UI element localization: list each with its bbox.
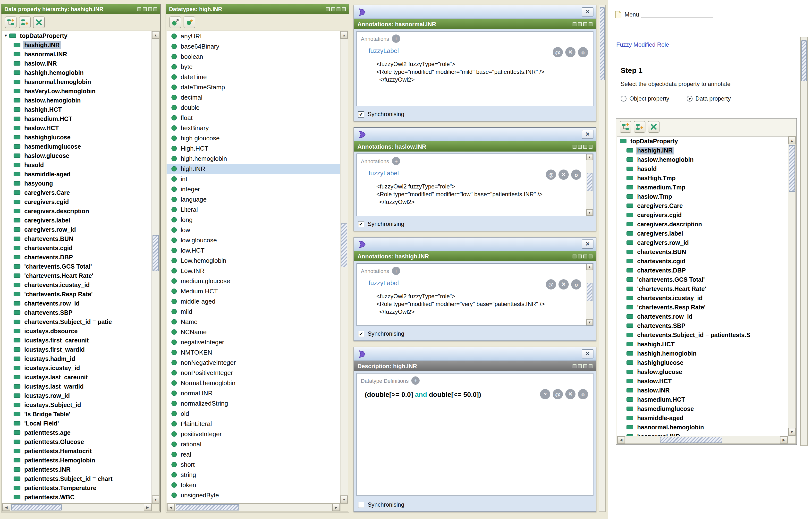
datatype-row[interactable]: mild [167,307,341,317]
tree-row[interactable]: hasmedium.HCT [2,114,152,123]
tree-row[interactable]: haslow.HCT [2,123,152,133]
delete-icon[interactable]: ✕ [558,170,569,180]
tree-row[interactable]: patienttests.Hemoglobin [2,456,152,465]
tree-row[interactable]: caregivers.row_id [2,225,152,234]
tree-row[interactable]: 'Local Field' [2,419,152,428]
annotate-icon[interactable]: @ [546,279,556,289]
tree-row[interactable]: icustays.hadm_id [2,354,152,363]
datatype-row[interactable]: low.gloucose [167,235,341,245]
tree-row[interactable]: haslow.INR [617,386,788,395]
datatype-row[interactable]: NCName [167,327,341,337]
tree-row[interactable]: chartevents.Subject_id ≡ patie [2,317,152,326]
add-definition-icon[interactable]: + [412,376,420,385]
add-annotation-icon[interactable]: + [392,267,400,275]
edit-icon[interactable]: o [578,47,588,57]
tree-row[interactable]: icustays.first_wardid [2,345,152,354]
datatype-row[interactable]: hexBinary [167,123,341,133]
tree-row[interactable]: hasnormal.INR [2,50,152,59]
datatype-row[interactable]: positiveInteger [167,429,341,439]
tree-row[interactable]: chartevents.BUN [617,247,788,256]
maximize-window-icon[interactable] [583,22,587,26]
tree-row[interactable]: chartevents.DBP [617,266,788,275]
tree-row[interactable]: 'chartevents.Heart Rate' [617,284,788,293]
minimize-window-icon[interactable] [578,145,582,148]
tree-row[interactable]: hashigh.HCT [617,340,788,349]
edit-icon[interactable]: o [578,389,588,399]
float-window-icon[interactable] [573,364,577,368]
datatype-row[interactable]: nonNegativeInteger [167,357,341,368]
annotate-icon[interactable]: @ [546,170,556,180]
tree-row[interactable]: hashigh.HCT [2,105,152,114]
synchronising-checkbox[interactable]: ✔ [358,330,364,337]
scroll-left-icon[interactable]: ◀ [617,436,625,443]
tree-row[interactable]: chartevents.row_id [2,299,152,308]
horizontal-scrollbar[interactable]: ◀ ▶ [2,503,152,512]
tree-row[interactable]: caregivers.description [2,206,152,216]
datatype-row[interactable]: middle-aged [167,296,341,307]
datatype-row[interactable]: low.HCT [167,245,341,256]
datatype-row[interactable]: decimal [167,92,341,103]
synchronising-checkbox[interactable]: ✔ [358,111,364,117]
tree-row[interactable]: patienttests.Subject_id ≡ chart [2,474,152,483]
tree-row[interactable]: hasmediumglucose [617,404,788,413]
datatype-row[interactable]: float [167,113,341,123]
datatype-row[interactable]: Literal [167,204,341,215]
scroll-down-icon[interactable]: ▼ [341,495,348,503]
delete-icon[interactable]: ✕ [565,47,576,57]
tree-row[interactable]: hasnormal.hemoglobin [2,77,152,86]
tree-row[interactable]: patienttests.INR [2,465,152,474]
scroll-right-icon[interactable]: ▶ [332,504,340,511]
edit-icon[interactable]: o [571,279,581,289]
synchronising-checkbox[interactable] [358,501,364,508]
tree-row[interactable]: haslow.hemoglobin [617,155,788,164]
annotation-property[interactable]: fuzzyLabel [369,47,399,54]
tree-row[interactable]: hashighglucose [617,358,788,367]
scroll-thumb[interactable] [587,283,592,301]
scroll-up-icon[interactable]: ▲ [586,154,593,160]
datatype-row[interactable]: high.gloucose [167,133,341,143]
datatype-row[interactable]: Normal.hemoglobin [167,378,341,388]
float-window-icon[interactable] [326,7,330,11]
vertical-scrollbar[interactable]: ▲ ▼ [788,136,796,436]
datatype-row[interactable]: int [167,174,341,184]
add-annotation-icon[interactable]: + [392,157,400,165]
datatype-row[interactable]: Low.hemoglobin [167,256,341,266]
tree-row[interactable]: hashigh.INR [617,146,788,155]
delete-property-button[interactable] [33,17,45,28]
tree-row[interactable]: caregivers.cgid [2,197,152,206]
explain-icon[interactable]: ? [540,389,550,399]
tree-row[interactable]: patienttests.age [2,428,152,437]
scroll-down-icon[interactable]: ▼ [152,495,159,503]
tree-row[interactable]: chartevents.cgid [2,243,152,253]
synchronising-checkbox[interactable]: ✔ [358,221,364,227]
tree-row[interactable]: icustays.last_careunit [2,373,152,382]
minimize-window-icon[interactable] [331,7,335,11]
tree-row[interactable]: haslow.Tmp [617,192,788,201]
maximize-window-icon[interactable] [583,254,587,258]
tree-row[interactable]: hasold [617,164,788,173]
close-window-icon[interactable] [153,7,157,11]
scroll-down-icon[interactable]: ▼ [586,209,593,216]
maximize-window-icon[interactable] [583,364,587,368]
tree-row[interactable]: chartevents.row_id [617,312,788,321]
tree-row[interactable]: hasHigh.Tmp [617,173,788,183]
tree-row[interactable]: 'chartevents.Heart Rate' [2,271,152,280]
scroll-left-icon[interactable]: ◀ [167,504,175,511]
datatype-row[interactable]: double [167,103,341,113]
datatype-row[interactable]: integer [167,184,341,194]
tree-row[interactable]: hasmedium.Tmp [617,183,788,192]
scroll-thumb[interactable] [176,504,239,511]
tree-row[interactable]: haslow.hemoglobin [2,96,152,105]
datatype-row[interactable]: long [167,215,341,225]
datatype-row[interactable]: old [167,408,341,419]
add-datatype-button[interactable] [170,17,181,28]
tree-row[interactable]: icustays.last_wardid [2,382,152,391]
datatype-row[interactable]: PlainLiteral [167,419,341,429]
minimize-window-icon[interactable] [578,22,582,26]
add-annotation-icon[interactable]: + [392,34,400,43]
scroll-thumb[interactable] [660,437,722,443]
tree-row[interactable]: icustays.icustay_id [2,363,152,373]
tree-row[interactable]: hashighglucose [2,133,152,142]
tree-row[interactable]: haslow.HCT [617,376,788,386]
datatype-row[interactable]: negativeInteger [167,337,341,347]
